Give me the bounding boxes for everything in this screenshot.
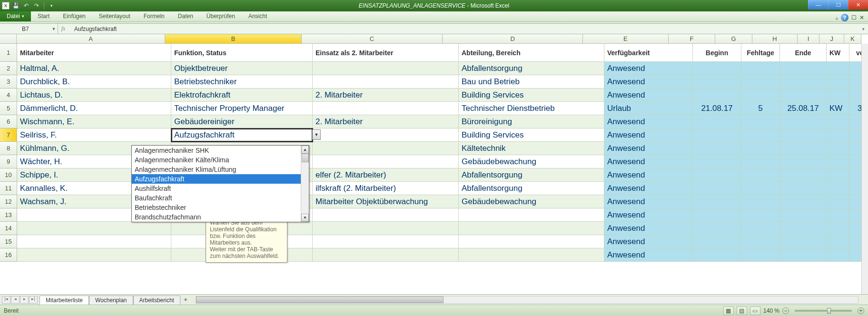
cell[interactable]: Anwesend xyxy=(604,115,693,128)
row-header[interactable]: 1 xyxy=(0,44,17,62)
cell[interactable] xyxy=(780,195,827,208)
cell[interactable]: Verfügbarkeit xyxy=(604,44,693,62)
cell[interactable]: Technischer Property Manager xyxy=(171,102,313,115)
cell[interactable]: Dämmerlicht, D. xyxy=(17,102,171,115)
cell[interactable] xyxy=(780,208,827,222)
cell[interactable] xyxy=(780,182,827,195)
row-header[interactable]: 13 xyxy=(0,208,17,222)
cell[interactable]: Kältetechnik xyxy=(459,142,604,155)
row-header[interactable]: 15 xyxy=(0,235,17,248)
cell[interactable] xyxy=(741,195,780,208)
maximize-button[interactable]: ☐ xyxy=(828,0,848,10)
cell[interactable] xyxy=(780,248,827,262)
cell[interactable] xyxy=(827,248,849,262)
cell[interactable] xyxy=(693,75,741,89)
cell[interactable]: Building Services xyxy=(459,89,604,102)
dropdown-item[interactable]: Brandschutzfachmann xyxy=(132,212,309,222)
cell[interactable] xyxy=(741,248,780,262)
row-header[interactable]: 12 xyxy=(0,195,17,208)
cell[interactable] xyxy=(741,182,780,195)
cell[interactable] xyxy=(780,155,827,168)
cell[interactable] xyxy=(741,75,780,89)
expand-formula-icon[interactable]: ▾ xyxy=(858,27,868,31)
cell[interactable] xyxy=(780,142,827,155)
cell[interactable] xyxy=(827,75,849,89)
row-header[interactable]: 10 xyxy=(0,168,17,182)
row-header[interactable]: 16 xyxy=(0,248,17,262)
tab-nav-next-icon[interactable]: ▸ xyxy=(20,296,29,304)
cell[interactable] xyxy=(741,128,780,142)
cell[interactable] xyxy=(693,89,741,102)
row-header[interactable]: 4 xyxy=(0,89,17,102)
cell[interactable]: Anwesend xyxy=(604,248,693,262)
cell[interactable]: Mitarbeiter Objektüberwachung xyxy=(313,195,459,208)
cell[interactable] xyxy=(827,155,849,168)
ribbon-tab-start[interactable]: Start xyxy=(31,11,56,21)
cell[interactable] xyxy=(827,115,849,128)
cell[interactable] xyxy=(780,128,827,142)
cell[interactable] xyxy=(827,89,849,102)
column-header[interactable]: K xyxy=(844,34,861,43)
row-header[interactable]: 5 xyxy=(0,102,17,115)
cell[interactable]: Building Services xyxy=(459,128,604,142)
ribbon-tab-formeln[interactable]: Formeln xyxy=(137,11,171,21)
cell[interactable] xyxy=(827,168,849,182)
page-break-view-icon[interactable]: ▭ xyxy=(750,306,760,315)
dropdown-item[interactable]: Aufzugsfachkraft xyxy=(132,174,309,184)
cell[interactable] xyxy=(17,222,171,235)
cell[interactable]: Technischer Dienstbetrieb xyxy=(459,102,604,115)
cell[interactable] xyxy=(313,62,459,75)
worksheet-grid[interactable]: ABCDEFGHIJK 1MitarbeiterFunktion, Status… xyxy=(0,34,868,294)
cell[interactable] xyxy=(693,248,741,262)
cell[interactable] xyxy=(17,248,171,262)
zoom-in-icon[interactable]: + xyxy=(858,307,864,314)
column-header[interactable]: D xyxy=(443,34,583,43)
cell[interactable]: Anwesend xyxy=(604,75,693,89)
cell[interactable] xyxy=(741,115,780,128)
cell[interactable] xyxy=(741,208,780,222)
sheet-tab[interactable]: Wochenplan xyxy=(89,296,133,305)
cell[interactable] xyxy=(693,62,741,75)
cell[interactable] xyxy=(313,155,459,168)
dropdown-button[interactable]: ▼ xyxy=(312,129,321,140)
cell[interactable]: KW xyxy=(827,102,849,115)
cell[interactable]: Anwesend xyxy=(604,208,693,222)
cell[interactable] xyxy=(313,75,459,89)
column-header[interactable]: I xyxy=(798,34,819,43)
cell[interactable] xyxy=(741,89,780,102)
cell[interactable] xyxy=(459,208,604,222)
sheet-tab[interactable]: Arbeitsbericht xyxy=(133,296,180,305)
cell[interactable] xyxy=(780,222,827,235)
page-layout-view-icon[interactable]: ▤ xyxy=(737,306,747,315)
cell[interactable]: Einsatz als 2. Mitarbeiter xyxy=(313,44,459,62)
vertical-scrollbar[interactable] xyxy=(861,44,868,294)
row-header[interactable]: 7 xyxy=(0,128,17,142)
cell[interactable] xyxy=(459,222,604,235)
undo-icon[interactable]: ↶ xyxy=(22,1,30,10)
cell[interactable] xyxy=(693,208,741,222)
cell[interactable] xyxy=(741,155,780,168)
cell[interactable] xyxy=(827,62,849,75)
new-sheet-icon[interactable]: ✦ xyxy=(180,296,191,303)
cell[interactable]: Gebäudebewachung xyxy=(459,195,604,208)
cell[interactable]: Abfallentsorgung xyxy=(459,182,604,195)
validation-dropdown[interactable]: ▲ ▼ Anlagenmechaniker SHKAnlagenmechanik… xyxy=(131,145,309,222)
qat-customize-icon[interactable]: ▾ xyxy=(47,1,56,10)
cell[interactable]: Objektbetreuer xyxy=(171,62,313,75)
cell[interactable]: Anwesend xyxy=(604,195,693,208)
window-close-icon[interactable]: ✕ xyxy=(859,14,864,21)
row-header[interactable]: 9 xyxy=(0,155,17,168)
cell[interactable] xyxy=(17,235,171,248)
dropdown-item[interactable]: Anlagenmechaniker Kälte/Klima xyxy=(132,155,309,165)
cell[interactable]: Abfallentsorgung xyxy=(459,168,604,182)
cell[interactable] xyxy=(313,235,459,248)
cell[interactable]: Anwesend xyxy=(604,62,693,75)
cell[interactable] xyxy=(827,235,849,248)
cell[interactable] xyxy=(693,195,741,208)
scroll-up-icon[interactable]: ▲ xyxy=(301,146,309,154)
cell[interactable]: Urlaub xyxy=(604,102,693,115)
cell[interactable]: Abteilung, Bereich xyxy=(459,44,604,62)
zoom-out-icon[interactable]: − xyxy=(782,307,789,314)
cell[interactable] xyxy=(827,142,849,155)
cell[interactable] xyxy=(741,168,780,182)
